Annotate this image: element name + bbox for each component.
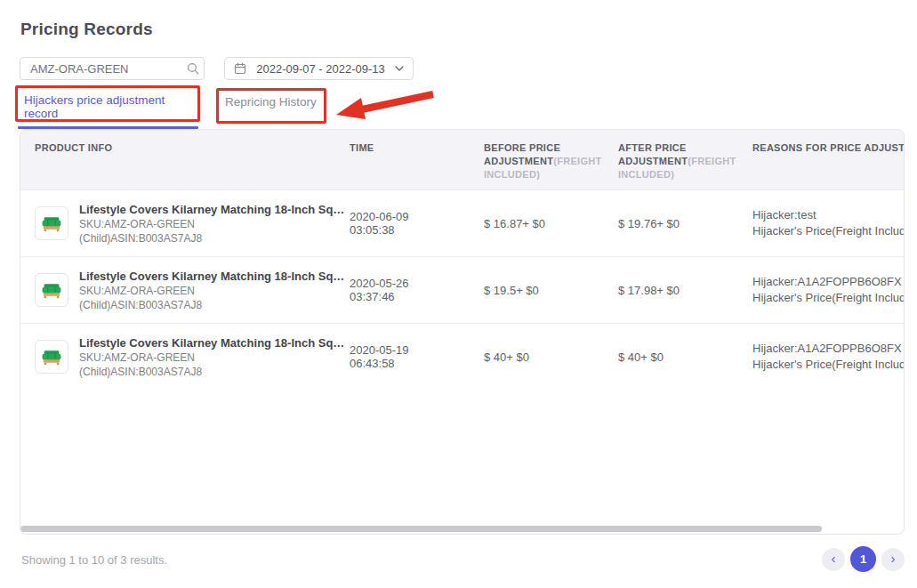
chevron-right-icon: ›	[891, 552, 896, 565]
column-header-product-info: PRODUCT INFO	[20, 130, 335, 189]
after-price-cell: $ 19.76+ $0	[604, 217, 738, 230]
chevron-down-icon	[395, 66, 404, 71]
product-title: Lifestyle Covers Kilarney Matching 18-In…	[79, 269, 321, 284]
time-cell: 2020-06-09 03:05:38	[335, 210, 470, 237]
product-info-cell: Lifestyle Covers Kilarney Matching 18-In…	[20, 335, 335, 379]
annotation-arrow-icon	[332, 85, 438, 126]
sku-search-box[interactable]	[20, 57, 205, 80]
product-sku: SKU:AMZ-ORA-GREEN	[79, 217, 321, 231]
before-price-cell: $ 19.5+ $0	[470, 284, 604, 297]
product-thumbnail[interactable]	[35, 340, 68, 374]
reason-cell: Hijacker:A1A2FOPPB6O8FX Hijacker's Price…	[738, 274, 905, 306]
column-header-after-price: AFTER PRICE ADJUSTMENT(FREIGHT INCLUDED)	[604, 130, 738, 189]
product-info-cell: Lifestyle Covers Kilarney Matching 18-In…	[20, 202, 335, 246]
after-price-cell: $ 17.98+ $0	[604, 284, 738, 297]
product-title: Lifestyle Covers Kilarney Matching 18-In…	[79, 335, 321, 350]
before-price-cell: $ 16.87+ $0	[470, 217, 604, 230]
pagination-next-button[interactable]: ›	[881, 548, 905, 571]
search-input[interactable]	[30, 62, 187, 76]
date-range-value: 2022-09-07 - 2022-09-13	[253, 62, 389, 76]
date-range-picker[interactable]: 2022-09-07 - 2022-09-13	[224, 57, 414, 80]
product-asin: (Child)ASIN:B003AS7AJ8	[79, 231, 321, 246]
reason-cell: Hijacker:A1A2FOPPB6O8FX Hijacker's Price…	[738, 341, 905, 373]
column-header-time: TIME	[335, 130, 470, 189]
time-cell: 2020-05-26 03:37:46	[335, 277, 470, 303]
calendar-icon	[234, 62, 246, 75]
pagination-page-1-button[interactable]: 1	[850, 546, 876, 572]
pricing-records-table: PRODUCT INFO TIME BEFORE PRICE ADJUSTMEN…	[20, 129, 905, 535]
product-info-cell: Lifestyle Covers Kilarney Matching 18-In…	[20, 269, 335, 312]
column-header-reasons: REASONS FOR PRICE ADJUSTMENT	[738, 130, 905, 189]
table-row: Lifestyle Covers Kilarney Matching 18-In…	[20, 256, 905, 323]
results-summary: Showing 1 to 10 of 3 results.	[21, 553, 167, 567]
pagination-prev-button[interactable]: ‹	[822, 548, 845, 571]
horizontal-scrollbar[interactable]	[20, 526, 822, 532]
table-row: Lifestyle Covers Kilarney Matching 18-In…	[20, 189, 905, 256]
product-asin: (Child)ASIN:B003AS7AJ8	[79, 365, 321, 379]
tab-hijackers-price-adjustment[interactable]: Hijackers price adjustment record	[18, 89, 198, 129]
before-price-cell: $ 40+ $0	[470, 350, 604, 364]
table-header-row: PRODUCT INFO TIME BEFORE PRICE ADJUSTMEN…	[20, 130, 905, 189]
tab-hijackers-label: Hijackers price adjustment record	[18, 89, 198, 126]
page-title: Pricing Records	[20, 20, 153, 39]
product-asin: (Child)ASIN:B003AS7AJ8	[79, 298, 321, 312]
reason-cell: Hijacker:test Hijacker's Price(Freight I…	[738, 207, 905, 239]
time-cell: 2020-05-19 06:43:58	[335, 343, 470, 370]
product-sku: SKU:AMZ-ORA-GREEN	[79, 350, 321, 365]
after-price-cell: $ 40+ $0	[604, 350, 738, 364]
product-thumbnail[interactable]	[35, 273, 68, 307]
product-title: Lifestyle Covers Kilarney Matching 18-In…	[79, 202, 321, 217]
product-thumbnail[interactable]	[35, 206, 68, 240]
pagination: ‹ 1 ›	[822, 546, 905, 572]
product-sku: SKU:AMZ-ORA-GREEN	[79, 284, 321, 298]
chevron-left-icon: ‹	[832, 552, 836, 565]
column-header-before-price: BEFORE PRICE ADJUSTMENT(FREIGHT INCLUDED…	[470, 130, 604, 189]
pricing-records-page: Pricing Records 2022-09-07 - 2022-09-13	[0, 0, 917, 588]
tab-repricing-history[interactable]: Repricing History	[225, 95, 317, 109]
table-row: Lifestyle Covers Kilarney Matching 18-In…	[20, 323, 905, 390]
search-icon[interactable]	[187, 62, 199, 75]
tab-repricing-label: Repricing History	[225, 95, 317, 109]
